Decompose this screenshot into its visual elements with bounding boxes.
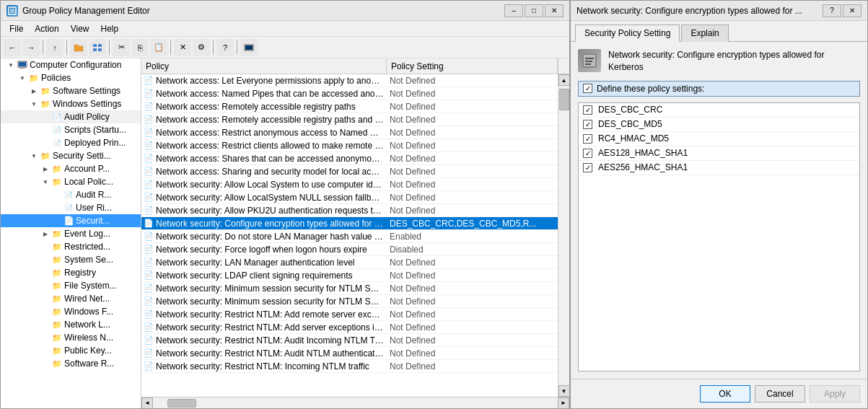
list-row[interactable]: 📄Network security: Restrict NTLM: Add re… <box>141 308 558 321</box>
tree-item-deployed[interactable]: 📄 Deployed Prin... <box>1 136 141 149</box>
tree-item-audit-policy[interactable]: 📄 Audit Policy <box>1 110 141 123</box>
list-row[interactable]: 📄Network access: Restrict anonymous acce… <box>141 126 558 139</box>
enc-checkbox-aes256_hmac_sha1[interactable] <box>583 163 592 172</box>
folder-button[interactable] <box>70 39 87 56</box>
menu-action[interactable]: Action <box>29 22 64 35</box>
tree-expand-policies[interactable]: ▼ <box>17 72 28 84</box>
tree-item-registry[interactable]: 📁 Registry <box>1 266 141 279</box>
tree-expand-sw[interactable]: ▶ <box>28 85 40 97</box>
tree-item-restricted[interactable]: 📁 Restricted... <box>1 240 141 253</box>
cut-button[interactable]: ✂ <box>113 39 130 56</box>
list-row[interactable]: 📄Network security: Restrict NTLM: Add se… <box>141 321 558 334</box>
list-row[interactable]: 📄Network security: Do not store LAN Mana… <box>141 230 558 243</box>
tree-item-account[interactable]: ▶ 📁 Account P... <box>1 162 141 175</box>
tree-item-security[interactable]: 📄 Securit... <box>1 214 141 227</box>
list-row[interactable]: 📄Network access: Remotely accessible reg… <box>141 100 558 113</box>
forward-button[interactable]: → <box>22 39 40 56</box>
tree-item-wireless[interactable]: 📁 Wireless N... <box>1 331 141 344</box>
tree-item-scripts[interactable]: 📄 Scripts (Startu... <box>1 123 141 136</box>
copy-button[interactable]: ⎘ <box>131 39 149 56</box>
tree-item-software-settings[interactable]: ▶ 📁 Software Settings <box>1 84 141 97</box>
tree-item-event-log[interactable]: ▶ 📁 Event Log... <box>1 227 141 240</box>
apply-button[interactable]: Apply <box>810 385 860 403</box>
list-row[interactable]: 📄Network security: LDAP client signing r… <box>141 269 558 282</box>
tab-explain[interactable]: Explain <box>681 25 728 42</box>
list-row[interactable]: 📄Network security: Configure encryption … <box>141 217 558 230</box>
tree-item-policies[interactable]: ▼ 📁 Policies <box>1 71 141 84</box>
enc-checkbox-des_cbc_md5[interactable] <box>583 120 592 129</box>
h-scroll-thumb[interactable] <box>167 399 196 408</box>
enc-item: AES256_HMAC_SHA1 <box>579 161 859 175</box>
cell-policy: Network security: Do not store LAN Manag… <box>156 232 387 242</box>
tab-security-policy[interactable]: Security Policy Setting <box>575 25 680 42</box>
list-row[interactable]: 📄Network access: Named Pipes that can be… <box>141 87 558 100</box>
maximize-button[interactable]: □ <box>525 4 543 17</box>
list-row[interactable]: 📄Network security: Allow PKU2U authentic… <box>141 204 558 217</box>
dialog-help-btn[interactable]: ? <box>823 4 841 17</box>
scroll-down-arrow[interactable]: ▼ <box>558 385 570 397</box>
list-scroll[interactable]: 📄Network access: Let Everyone permission… <box>141 74 558 397</box>
enc-checkbox-rc4_hmac_md5[interactable] <box>583 134 592 144</box>
scroll-up-arrow[interactable]: ▲ <box>558 74 570 86</box>
tree-expand-account[interactable]: ▶ <box>40 163 51 175</box>
list-row[interactable]: 📄Network access: Let Everyone permission… <box>141 74 558 87</box>
tree-expand-sec[interactable]: ▼ <box>28 150 40 162</box>
scroll-left-arrow[interactable]: ◄ <box>141 397 153 409</box>
menu-file[interactable]: File <box>4 22 29 35</box>
list-row[interactable]: 📄Network access: Restrict clients allowe… <box>141 139 558 152</box>
list-horizontal-scrollbar[interactable]: ◄ ► <box>141 397 569 408</box>
list-row[interactable]: 📄Network security: Minimum session secur… <box>141 295 558 308</box>
tree-expand-root[interactable]: ▼ <box>5 59 17 71</box>
list-row[interactable]: 📄Network access: Remotely accessible reg… <box>141 113 558 126</box>
list-row[interactable]: 📄Network access: Sharing and security mo… <box>141 165 558 178</box>
tree-item-windows-f[interactable]: 📁 Windows F... <box>1 305 141 318</box>
list-row[interactable]: 📄Network access: Shares that can be acce… <box>141 152 558 165</box>
tree-item-audit-r[interactable]: 📄 Audit R... <box>1 188 141 201</box>
tree-item-software-r[interactable]: 📁 Software R... <box>1 357 141 370</box>
properties-button[interactable]: ⚙ <box>193 39 210 56</box>
tree-item-network-l[interactable]: 📁 Network L... <box>1 318 141 331</box>
delete-button[interactable]: ✕ <box>174 39 191 56</box>
tree-expand-ws[interactable]: ▼ <box>28 98 40 110</box>
list-row[interactable]: 📄Network security: Restrict NTLM: Incomi… <box>141 360 558 373</box>
list-row[interactable]: 📄Network security: Allow LocalSystem NUL… <box>141 191 558 204</box>
list-row[interactable]: 📄Network security: Restrict NTLM: Audit … <box>141 347 558 360</box>
up-button[interactable]: ↑ <box>46 39 63 56</box>
tree-item-file-system[interactable]: 📁 File System... <box>1 279 141 292</box>
scroll-thumb[interactable] <box>559 89 569 110</box>
tree-item-system-se[interactable]: 📁 System Se... <box>1 253 141 266</box>
paste-button[interactable]: 📋 <box>150 39 167 56</box>
tree-item-security-settings[interactable]: ▼ 📁 Security Setti... <box>1 149 141 162</box>
view-button[interactable] <box>89 39 106 56</box>
close-button[interactable]: ✕ <box>545 4 564 17</box>
tree-item-local-policy[interactable]: ▼ 📁 Local Polic... <box>1 175 141 188</box>
list-row[interactable]: 📄Network security: Force logoff when log… <box>141 243 558 256</box>
list-row[interactable]: 📄Network security: Minimum session secur… <box>141 282 558 295</box>
col-header-setting[interactable]: Policy Setting <box>387 58 558 74</box>
tree-expand-local[interactable]: ▼ <box>40 176 51 188</box>
dialog-close-btn[interactable]: ✕ <box>843 4 862 17</box>
tree-item-wired-net[interactable]: 📁 Wired Net... <box>1 292 141 305</box>
tree-item-user-ri[interactable]: 📄 User Ri... <box>1 201 141 214</box>
col-header-policy[interactable]: Policy <box>141 58 387 74</box>
list-row[interactable]: 📄Network security: Allow Local System to… <box>141 178 558 191</box>
enc-checkbox-aes128_hmac_sha1[interactable] <box>583 149 592 158</box>
menu-help[interactable]: Help <box>95 22 125 35</box>
menu-view[interactable]: View <box>65 22 95 35</box>
list-scrollbar[interactable]: ▲ ▼ <box>558 74 569 397</box>
scroll-right-arrow[interactable]: ► <box>558 397 569 409</box>
help-button[interactable]: ? <box>216 39 234 56</box>
tree-item-public-key[interactable]: 📁 Public Key... <box>1 344 141 357</box>
enc-checkbox-des_cbc_crc[interactable] <box>583 105 592 115</box>
cancel-button[interactable]: Cancel <box>755 385 805 403</box>
list-row[interactable]: 📄Network security: LAN Manager authentic… <box>141 256 558 269</box>
console-button[interactable] <box>240 39 258 56</box>
tree-root[interactable]: ▼ Computer Configuration <box>1 58 141 71</box>
list-row[interactable]: 📄Network security: Restrict NTLM: Audit … <box>141 334 558 347</box>
back-button[interactable]: ← <box>4 39 21 56</box>
minimize-button[interactable]: – <box>504 4 523 17</box>
tree-expand-event[interactable]: ▶ <box>40 228 51 239</box>
tree-item-windows-settings[interactable]: ▼ 📁 Windows Settings <box>1 97 141 110</box>
ok-button[interactable]: OK <box>700 385 750 403</box>
define-checkbox[interactable] <box>583 84 592 93</box>
